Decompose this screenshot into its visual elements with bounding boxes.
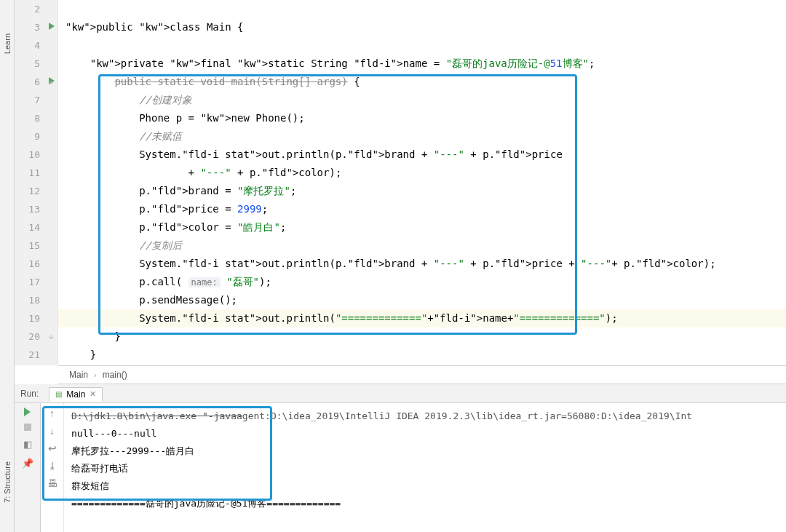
code-line[interactable]: public static void main(String[] args) {: [58, 73, 786, 91]
app-icon: ▤: [55, 390, 62, 398]
code-line[interactable]: p."fld">brand = "摩托罗拉";: [58, 182, 786, 200]
fold-icon[interactable]: ⊖: [47, 334, 53, 340]
console-line: 摩托罗拉---2999---皓月白: [71, 442, 779, 460]
gutter-line: 8: [15, 109, 57, 127]
code-area[interactable]: "kw">public "kw">class Main { "kw">priva…: [58, 0, 786, 365]
run-toolbar-primary: ◧ 📌: [15, 403, 41, 532]
gutter-line: 12: [15, 182, 57, 200]
console-output[interactable]: D:\jdk1.8\bin\java.exe "-javaagent:D:\id…: [64, 403, 786, 532]
gutter-line: 6⊖: [15, 73, 57, 91]
rerun-button[interactable]: [24, 408, 31, 416]
breadcrumb-method[interactable]: main(): [103, 370, 127, 380]
run-panel: Run: ▤ Main ✕ ◧ 📌 ↑ ↓ ↩ ⤓ 🖶 D:\jdk1.8\bi…: [15, 384, 786, 532]
learn-tool[interactable]: Learn: [3, 33, 12, 54]
code-line[interactable]: "kw">public "kw">class Main {: [58, 18, 786, 36]
close-icon[interactable]: ✕: [90, 389, 96, 399]
gutter-line: 17: [15, 273, 57, 291]
code-line[interactable]: }: [58, 327, 786, 346]
breadcrumbs: Main › main(): [58, 365, 786, 384]
console-line: 给磊哥打电话: [71, 460, 779, 477]
breadcrumb-separator: ›: [94, 370, 97, 379]
run-tab[interactable]: ▤ Main ✕: [49, 387, 103, 402]
fold-icon[interactable]: ⊖: [47, 79, 53, 85]
gutter-line: 21: [15, 346, 57, 364]
gutter-line: 10: [15, 146, 57, 164]
gutter-line: 15: [15, 237, 57, 255]
code-line[interactable]: [58, 0, 786, 18]
left-toolbar: Learn 7: Structure: [0, 0, 15, 532]
gutter-line: 2: [15, 0, 57, 18]
code-line[interactable]: p."fld">color = "皓月白";: [58, 218, 786, 237]
code-line[interactable]: //未赋值: [58, 127, 786, 146]
code-line[interactable]: System."fld-i stat">out.println(p."fld">…: [58, 146, 786, 164]
gutter-line: 14: [15, 218, 57, 237]
console-line: 群发短信: [71, 477, 779, 495]
code-line[interactable]: [58, 36, 786, 55]
gutter: 23456⊖7891011121314151617181920⊖21: [15, 0, 58, 365]
code-line[interactable]: System."fld-i stat">out.println(p."fld">…: [58, 255, 786, 273]
code-editor: 23456⊖7891011121314151617181920⊖21 "kw">…: [15, 0, 786, 365]
layout-icon[interactable]: ◧: [22, 438, 33, 450]
code-line[interactable]: "kw">private "kw">final "kw">static Stri…: [58, 55, 786, 73]
run-label: Run:: [20, 389, 39, 399]
down-icon[interactable]: ↓: [49, 425, 55, 437]
stop-button[interactable]: [24, 424, 31, 431]
code-line[interactable]: }: [58, 346, 786, 364]
gutter-line: 3: [15, 18, 57, 36]
gutter-line: 7: [15, 91, 57, 109]
run-tab-label: Main: [66, 389, 85, 400]
console-line: D:\jdk1.8\bin\java.exe "-javaagent:D:\id…: [71, 408, 779, 425]
run-gutter-icon[interactable]: [49, 23, 55, 30]
structure-tool[interactable]: 7: Structure: [3, 461, 12, 503]
gutter-line: 20⊖: [15, 327, 57, 346]
code-line[interactable]: System."fld-i stat">out.println("=======…: [58, 309, 786, 327]
scroll-icon[interactable]: ⤓: [48, 460, 57, 472]
code-line[interactable]: p.sendMessage();: [58, 291, 786, 309]
gutter-line: 19: [15, 309, 57, 327]
up-icon[interactable]: ↑: [49, 408, 55, 419]
gutter-line: 5: [15, 55, 57, 73]
gutter-line: 9: [15, 127, 57, 146]
code-line[interactable]: //复制后: [58, 237, 786, 255]
wrap-icon[interactable]: ↩: [48, 442, 57, 454]
code-line[interactable]: p."fld">price = 2999;: [58, 200, 786, 218]
gutter-line: 11: [15, 164, 57, 182]
print-icon[interactable]: 🖶: [47, 477, 57, 489]
breadcrumb-class[interactable]: Main: [69, 370, 88, 380]
gutter-line: 4: [15, 36, 57, 55]
pin-icon[interactable]: 📌: [22, 457, 33, 469]
console-line: =============磊哥的java历险记-@51博客===========…: [71, 495, 779, 512]
code-line[interactable]: Phone p = "kw">new Phone();: [58, 109, 786, 127]
run-header: Run: ▤ Main ✕: [15, 384, 786, 403]
console-line: null---0---null: [71, 425, 779, 442]
run-toolbar-secondary: ↑ ↓ ↩ ⤓ 🖶: [41, 403, 64, 532]
code-line[interactable]: //创建对象: [58, 91, 786, 109]
gutter-line: 13: [15, 200, 57, 218]
gutter-line: 16: [15, 255, 57, 273]
code-line[interactable]: + "---" + p."fld">color);: [58, 164, 786, 182]
code-line[interactable]: p.call( name: "磊哥");: [58, 273, 786, 291]
gutter-line: 18: [15, 291, 57, 309]
run-body: ◧ 📌 ↑ ↓ ↩ ⤓ 🖶 D:\jdk1.8\bin\java.exe "-j…: [15, 403, 786, 532]
